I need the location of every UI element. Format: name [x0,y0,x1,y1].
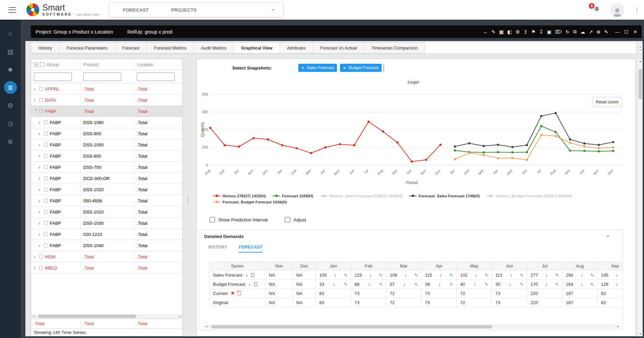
select-all-checkbox[interactable] [40,62,44,67]
expand-all-icon[interactable]: + [34,62,38,67]
demand-value-cell[interactable]: 277↓✎ [527,271,562,280]
scroll-left-icon[interactable]: ◄ [31,315,36,318]
upload-icon[interactable]: ↥ [523,29,528,35]
legend-item-history[interactable]: History 2782(T) 1432(H) [213,194,266,198]
demand-value-cell[interactable]: 102↓✎ [457,271,492,280]
cloud-upload-icon[interactable]: ☁ [580,29,585,35]
expand-icon[interactable]: › [39,220,43,226]
copy-icon[interactable]: ⧉ [573,29,577,35]
edit-pencil-icon[interactable]: ✎ [520,282,523,287]
expand-icon[interactable]: › [39,131,43,136]
remove-chip-icon[interactable]: ✕ [343,66,346,70]
download-icon[interactable]: ↓ [405,273,407,277]
download-icon[interactable]: ↓ [333,282,335,286]
nav-item-forecast[interactable]: FORECAST [123,7,149,13]
edit-pencil-icon[interactable]: ✎ [344,282,347,287]
edit-pencil-icon[interactable]: ✎ [450,273,453,278]
tab-forecast-metrics[interactable]: Forecast Metrics [147,42,194,54]
edit-pencil-icon[interactable]: ✎ [379,273,383,278]
download-icon[interactable]: ↓ [368,282,370,286]
tree-row[interactable]: ›FABPDSS-1030.Total [31,218,183,229]
edit-pencil-icon[interactable]: ✎ [379,282,383,287]
expand-icon[interactable]: › [34,254,38,259]
tree-row[interactable]: ›HDW.Total.Total [31,251,183,262]
edit-icon[interactable]: ✎ [604,29,608,35]
text-caret[interactable] [384,64,384,71]
overflow-menu-icon[interactable]: ⋮ [634,6,640,14]
expand-icon[interactable]: › [34,86,38,92]
legend-item-forecast-budget[interactable]: Forecast_Budget Forecast 1026(H) [213,200,287,204]
download-icon[interactable]: ↓ [616,282,618,286]
expand-icon[interactable]: › [39,187,43,192]
download-icon[interactable]: ↓ [369,273,371,277]
tab-forecast-vs-actual[interactable]: Forecast Vs Actual [313,42,364,54]
sidebar-item-home[interactable]: ⌂ [4,27,17,40]
demand-value-cell[interactable]: 108↓✎ [386,271,422,280]
download-icon[interactable]: ↓ [475,273,477,277]
minimize-window-icon[interactable]: — [615,29,620,35]
download-icon[interactable]: ↓ [545,282,548,286]
scroll-down-icon[interactable]: ▼ [639,49,642,51]
tab-forecast[interactable]: Forecast [115,42,147,54]
scroll-up-icon[interactable]: ▲ [638,59,643,63]
expand-icon[interactable]: › [34,265,38,271]
download-icon[interactable]: ↓ [249,282,251,286]
download-icon[interactable]: ↓ [403,282,405,286]
paint-settings-icon[interactable]: ◧ [507,29,512,35]
sidebar-item-integrations[interactable]: ⊚ [4,135,17,148]
sidebar-item-reports[interactable]: ▤ [4,45,17,58]
download-icon[interactable]: ↓ [440,273,442,277]
scrollbar-thumb[interactable] [211,325,492,329]
remove-icon[interactable]: ✖ [231,291,234,296]
download-icon[interactable]: ↓ [545,273,548,277]
restore-window-icon[interactable] [625,30,628,34]
legend-item-forecast-sales[interactable]: Forecast_Sales Forecast 1748(H) [409,194,479,198]
demand-value-cell[interactable]: 39↓✎ [422,280,457,289]
main-vertical-scrollbar[interactable]: ▲ ▼ [638,59,643,336]
calc-settings-icon[interactable]: ⚙ [516,29,520,35]
demand-value-cell[interactable]: 164↓✎ [562,280,598,289]
tree-row[interactable]: ›FABP050-4556.Total [31,195,183,206]
scrollbar-thumb[interactable] [639,69,642,99]
edit-pencil-icon[interactable]: ✎ [485,282,488,287]
scroll-left-icon[interactable]: ◄ [204,325,209,328]
collapse-icon[interactable]: › [34,109,39,114]
sidebar-item-history[interactable]: ◷ [4,117,17,130]
tree-row[interactable]: ›FABPDSS-800.Total [31,151,183,162]
sidebar-item-users[interactable]: ☻ [4,63,17,76]
tree-row[interactable]: ›FABPDSS-900.Total [31,128,183,139]
demand-value-cell[interactable]: 40↓✎ [457,280,492,289]
trash-icon[interactable] [238,292,241,296]
tree-row[interactable]: ›MBLD.Total.Total [31,262,183,274]
module-dropdown[interactable]: FORECAST PROJECTS › [109,2,283,17]
tree-row[interactable]: ›FABPDSS-1040.Total [31,240,183,251]
scroll-right-icon[interactable]: ► [178,315,183,318]
tree-row[interactable]: ›FABPDSS-1060.Total [31,117,183,128]
expand-icon[interactable]: › [39,120,43,125]
tab-forecast-parameters[interactable]: Forecast Parameters [59,42,115,54]
scroll-right-icon[interactable]: ► [616,325,620,328]
open-external-icon[interactable]: ↗ [589,29,593,35]
tab-history[interactable]: History [31,42,59,54]
tree-row[interactable]: ›FABPDCD-300-OR.Total [31,173,183,184]
tag-icon[interactable]: ⚑ [531,29,536,35]
tab-graphical-view[interactable]: Graphical View [234,42,280,54]
edit-pencil-icon[interactable]: ✎ [414,273,418,278]
filter-location-input[interactable] [137,73,175,81]
demand-value-cell[interactable]: 145↓✎ [598,271,623,280]
download-icon[interactable]: ↓ [581,273,583,277]
demand-value-cell[interactable]: 33↓✎ [316,280,351,289]
demand-value-cell[interactable]: 170↓✎ [527,280,562,289]
edit-pencil-icon[interactable]: ✎ [450,282,453,287]
legend-item-history-budget[interactable]: History_Budget Forecast 2782(T) 1093(H) [487,194,572,198]
data-grid-icon[interactable]: ▦ [499,29,503,35]
sync-icon[interactable]: ↻ [565,29,570,35]
scroll-up-icon[interactable]: ▲ [639,45,642,48]
edit-pencil-icon[interactable]: ✎ [414,282,418,287]
remove-chip-icon[interactable]: ✕ [301,66,304,70]
snapshot-chip-budget-forecast[interactable]: ✕Budget Forecast [340,64,381,72]
demand-value-cell[interactable]: 115↓✎ [422,271,457,280]
expand-icon[interactable]: › [39,164,43,170]
tab-timeseries-comparison[interactable]: Timeseries Comparison [364,42,425,54]
collapse-chevron-icon[interactable]: › [605,235,611,237]
